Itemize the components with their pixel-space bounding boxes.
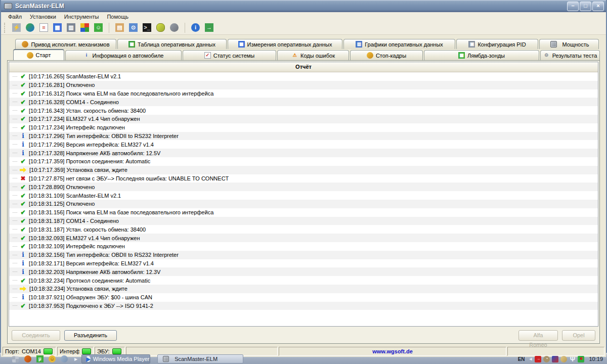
tree-line xyxy=(13,187,17,187)
globe-quicklaunch-icon[interactable] xyxy=(61,355,68,362)
taskbar-button-scanmaster[interactable]: ScanMaster-ELM xyxy=(157,354,243,363)
tab-freeze-frames[interactable]: Стоп-кадры xyxy=(350,50,423,60)
tray-history-icon[interactable]: ◔ xyxy=(543,356,550,362)
chart-toolbar-button[interactable]: ▥ xyxy=(67,23,75,32)
menu-tools[interactable]: Инструменты xyxy=(60,13,103,20)
log-entry[interactable]: ✔[10:17:17.234] ELM327 v1.4 Чип обнаруже… xyxy=(9,115,598,123)
report-toolbar-button[interactable]: ≡ xyxy=(39,23,48,32)
log-entry[interactable]: ✔[10:18:32.093] ELM327 v1.4 Чип обнаруже… xyxy=(9,234,598,242)
opel-button[interactable]: Opel xyxy=(562,330,595,341)
log-entry[interactable]: i[10:17:17.296] Тип интерфейса: OBDII to… xyxy=(9,132,598,141)
toolbar-separator xyxy=(109,23,109,33)
check-icon: ✔ xyxy=(19,81,27,88)
tab-label: Измерения оперативных данных xyxy=(247,41,332,48)
log-entry[interactable]: i[10:17:17.296] Версия интерфейса: ELM32… xyxy=(9,140,598,149)
menu-help[interactable]: Помощь xyxy=(103,13,133,20)
quick-launch-expand-icon[interactable]: ▶ xyxy=(74,357,77,361)
terminal-toolbar-button[interactable]: >_ xyxy=(143,23,151,32)
menu-settings[interactable]: Установки xyxy=(26,13,60,20)
tray-collapse-icon[interactable]: ◄ xyxy=(529,356,533,361)
disconnect-button[interactable]: Разъединить xyxy=(64,330,117,341)
messenger-icon[interactable]: ☺ xyxy=(49,355,56,362)
language-indicator[interactable]: EN xyxy=(516,356,527,362)
log-entry[interactable]: ✔[10:17:16.265] ScanMaster-ELM v2.1 xyxy=(9,72,598,81)
firefox-icon[interactable] xyxy=(24,355,31,362)
log-entry[interactable]: i[10:18:37.921] Обнаружен ЭБУ: $00 - шин… xyxy=(9,293,598,302)
user-toolbar-button[interactable]: ☺ xyxy=(94,23,103,32)
log-entry[interactable]: [10:17:17.359] Установка связи, ждите xyxy=(9,166,598,174)
tab-label: Графики оперативных данных xyxy=(365,41,443,48)
log-entry[interactable]: i[10:17:17.328] Напряжение АКБ автомобил… xyxy=(9,149,598,157)
log-entry[interactable]: i[10:18:32.203] Напряжение АКБ автомобил… xyxy=(9,267,598,276)
log-entry[interactable]: ✔[10:18:31.109] ScanMaster-ELM v2.1 xyxy=(9,191,598,200)
tab-start[interactable]: Старт xyxy=(13,49,64,60)
info-toolbar-button[interactable]: i xyxy=(191,23,200,32)
tree-line xyxy=(13,263,17,263)
log-text: [10:18:32.171] Версия интерфейса: ELM327… xyxy=(29,260,154,266)
tab-live-measure[interactable]: ▦Измерения оперативных данных xyxy=(228,39,342,49)
pid-window-toolbar-button[interactable] xyxy=(80,23,89,32)
log-entry[interactable]: ✔[10:17:17.234] Интерфейс подключен xyxy=(9,123,598,132)
log-entry[interactable]: ✔[10:18:31.156] Поиск чипа ELM на базе п… xyxy=(9,208,598,217)
tray-mic-icon[interactable]: Ψ xyxy=(569,356,576,362)
alfa-romeo-button[interactable]: Alfa Romeo xyxy=(518,330,558,341)
log-entry[interactable]: ✔[10:18:32.234] Протокол соединения: Aut… xyxy=(9,276,598,285)
log-entry[interactable]: ✖[10:17:27.875] нет связи с ЭБУ--> После… xyxy=(9,174,598,183)
tab-power[interactable]: Мощность xyxy=(539,39,599,49)
action-button-row: Соединить Разъединить Alfa Romeo Opel xyxy=(8,328,599,343)
log-entry[interactable]: ✔[10:17:16.328] COM14 - Соединено xyxy=(9,98,598,106)
tab-live-table[interactable]: ▦Таблица оперативных данных xyxy=(117,39,227,49)
clipboard-toolbar-button[interactable]: ▤ xyxy=(115,23,124,32)
tab-system-status[interactable]: ✓Статус системы xyxy=(183,50,276,60)
menu-file[interactable]: Файл xyxy=(4,13,26,20)
log-entry[interactable]: ✔[10:17:16.312] Поиск чипа ELM на базе п… xyxy=(9,89,598,98)
connect-button[interactable]: Соединить xyxy=(12,330,60,341)
log-text: [10:18:31.187] COM14 - Соединено xyxy=(29,218,119,224)
tray-green-x-icon[interactable]: ✖ xyxy=(578,356,584,362)
close-button[interactable]: × xyxy=(592,2,604,11)
exit-toolbar-button[interactable]: → xyxy=(205,23,213,32)
search-window-toolbar-button[interactable]: ⊙ xyxy=(129,23,138,32)
log-entry[interactable]: i[10:18:32.171] Версия интерфейса: ELM32… xyxy=(9,259,598,268)
windows-logo-icon[interactable] xyxy=(12,356,19,362)
maximize-button[interactable]: □ xyxy=(580,2,591,11)
log-entry[interactable]: ✔[10:17:28.890] Отключено xyxy=(9,183,598,191)
graph-icon: ▥ xyxy=(356,41,362,48)
port-label: Порт: xyxy=(5,348,19,354)
data-table-toolbar-button[interactable]: ▦ xyxy=(53,23,62,32)
tray-gold-icon[interactable] xyxy=(560,356,567,362)
tab-actuators[interactable]: Привод исполнит. механизмов xyxy=(15,39,116,49)
log-text: [10:17:16.312] Поиск чипа ELM на базе по… xyxy=(29,90,213,97)
log-entry[interactable]: ✔[10:17:16.281] Отключено xyxy=(9,81,598,89)
minimize-button[interactable]: – xyxy=(567,2,579,11)
tab-error-codes[interactable]: ⚠Коды ошибок xyxy=(277,50,349,60)
log-entry[interactable]: ✔[10:17:16.343] Устан. скорость обмена: … xyxy=(9,106,598,115)
tab-lambda[interactable]: ▩Лямбда-зонды xyxy=(424,50,539,60)
tab-pid-config[interactable]: ▣Конфигурация PID xyxy=(456,39,538,49)
tab-vehicle-info[interactable]: iИнформация о автомобиле xyxy=(65,50,182,60)
log-entry[interactable]: ✔[10:17:17.359] Протокол соединения: Aut… xyxy=(9,157,598,166)
tab-label: Результаты теста xyxy=(552,53,597,59)
log-entry[interactable]: ✔[10:18:32.109] Интерфейс подключен xyxy=(9,242,598,251)
log-entry[interactable]: ✔[10:18:31.125] Отключено xyxy=(9,200,598,208)
connect-plug-toolbar-button[interactable]: ⚡ xyxy=(12,23,21,32)
stop-sphere-toolbar-button[interactable] xyxy=(170,23,179,32)
log-text: [10:17:16.265] ScanMaster-ELM v2.1 xyxy=(29,73,121,79)
log-entry[interactable]: [10:18:32.234] Установка связи, ждите xyxy=(9,285,598,293)
website-link[interactable]: www.wgsoft.de xyxy=(372,348,413,354)
tray-red-arrow-icon[interactable]: → xyxy=(535,356,541,362)
log-entry[interactable]: i[10:18:32.156] Тип интерфейса: OBDII to… xyxy=(9,251,598,259)
report-listbox[interactable]: Отчёт ✔[10:17:16.265] ScanMaster-ELM v2.… xyxy=(9,62,598,327)
log-entry[interactable]: ✔[10:18:31.187] COM14 - Соединено xyxy=(9,217,598,225)
log-entry[interactable]: ✔[10:18:31.187] Устан. скорость обмена: … xyxy=(9,225,598,234)
pid-window-icon xyxy=(80,23,89,32)
tree-line xyxy=(13,246,17,247)
tab-live-graphs[interactable]: ▥Графики оперативных данных xyxy=(343,39,455,49)
battery-toolbar-button[interactable] xyxy=(156,23,165,32)
tray-blue-icon[interactable] xyxy=(552,356,558,362)
utorrent-icon[interactable]: µ xyxy=(36,355,44,362)
taskbar-button-wmp[interactable]: ▶Windows Media Player xyxy=(81,354,150,363)
globe-toolbar-button[interactable] xyxy=(26,23,34,32)
tab-test-results[interactable]: ⚙Результаты теста xyxy=(540,50,600,60)
log-entry[interactable]: ✔[10:18:37.953] Подключено к ЭБУ --> ISO… xyxy=(9,302,598,310)
